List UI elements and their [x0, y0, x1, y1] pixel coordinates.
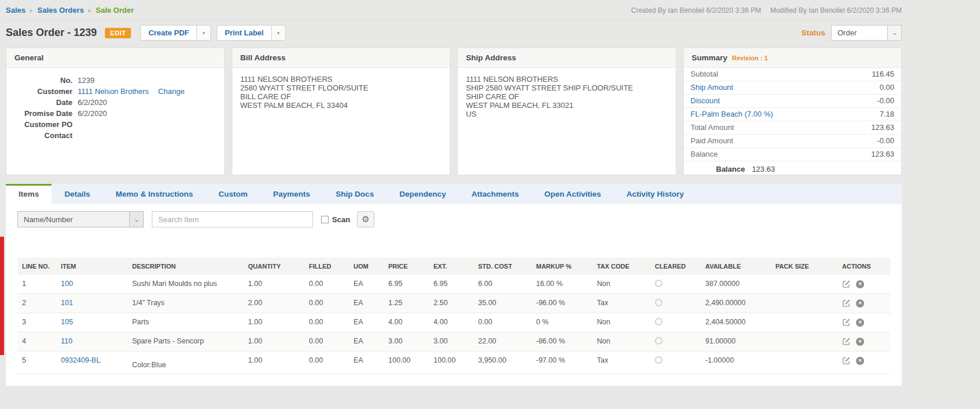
description-text: Spare Parts - Sencorp — [132, 337, 204, 345]
breadcrumb-sales[interactable]: Sales — [6, 6, 25, 15]
cell-uom: EA — [349, 352, 384, 374]
order-number-value: 1239 — [78, 75, 94, 86]
remove-icon[interactable]: ✕ — [856, 299, 864, 307]
breadcrumb-chevron-icon: ▸ — [89, 8, 92, 13]
cell-filled: 0.00 — [304, 275, 349, 294]
header-row: Sales Order - 1239 EDIT Create PDF ▾ Pri… — [6, 20, 902, 46]
address-line: BILL CARE OF — [241, 92, 442, 101]
summary-balance-row: Balance 123.63 — [684, 161, 902, 174]
status-select[interactable]: Order ⌄ — [831, 25, 902, 41]
summary-row-label: Total Amount — [691, 123, 734, 132]
summary-row-label: Subtotal — [691, 70, 719, 79]
tab-attachments[interactable]: Attachments — [458, 184, 531, 204]
tab-ship-docs[interactable]: Ship Docs — [323, 184, 387, 204]
column-header: PACK SIZE — [771, 258, 837, 275]
search-item-input[interactable] — [152, 211, 313, 227]
page-title: Sales Order - 1239 — [6, 27, 97, 39]
item-link[interactable]: 0932409-BL — [61, 356, 100, 364]
item-link[interactable]: 100 — [61, 280, 73, 288]
summary-rows: Subtotal116.45Ship Amount0.00Discount-0.… — [684, 68, 902, 161]
tab-details[interactable]: Details — [52, 184, 103, 204]
scan-control: Scan — [321, 215, 350, 224]
edit-icon[interactable] — [842, 337, 851, 346]
print-label-button[interactable]: Print Label — [217, 25, 272, 41]
tab-items[interactable]: Items — [6, 184, 52, 204]
items-toolbar: Name/Number ⌄ Scan ⚙ — [17, 211, 890, 227]
summary-row-value: 7.18 — [880, 110, 894, 119]
remove-icon[interactable]: ✕ — [856, 280, 864, 288]
cleared-radio[interactable] — [655, 356, 662, 364]
summary-row-label[interactable]: Discount — [691, 96, 720, 106]
cell-available: 387.00000 — [701, 275, 771, 294]
summary-row: FL-Palm Beach (7.00 %)7.18 — [684, 108, 902, 121]
general-field-promise-date: Promise Date 6/2/2020 — [14, 108, 216, 119]
cell-price: 3.00 — [384, 332, 429, 352]
cell-uom: EA — [349, 275, 384, 294]
cell-available: 2,490.00000 — [701, 294, 771, 313]
search-type-value: Name/Number — [18, 215, 129, 224]
summary-row-label[interactable]: FL-Palm Beach (7.00 %) — [691, 110, 773, 119]
cell-line-no: 5 — [17, 352, 56, 374]
cell-description: Sushi Mari Moulds no plus — [127, 275, 243, 294]
cell-cleared — [650, 275, 701, 294]
summary-panel: Summary Revision : 1 Subtotal116.45Ship … — [683, 48, 902, 175]
cell-tax-code: Tax — [592, 294, 650, 313]
cell-ext: 3.00 — [429, 332, 473, 352]
remove-icon[interactable]: ✕ — [856, 338, 864, 346]
create-pdf-dropdown-button[interactable]: ▾ — [197, 25, 211, 41]
chevron-down-icon: ▾ — [277, 30, 280, 36]
field-label: Customer PO — [14, 119, 72, 130]
edit-icon[interactable] — [842, 280, 851, 288]
remove-icon[interactable]: ✕ — [856, 318, 864, 327]
item-link[interactable]: 101 — [61, 299, 73, 307]
customer-link[interactable]: 1111 Nelson Brothers — [78, 86, 149, 97]
search-type-select[interactable]: Name/Number ⌄ — [17, 211, 144, 227]
print-label-dropdown-button[interactable]: ▾ — [272, 25, 286, 41]
edit-button[interactable]: EDIT — [105, 28, 131, 38]
cell-line-no: 4 — [17, 332, 56, 352]
tab-dependency[interactable]: Dependency — [387, 184, 458, 204]
cell-item: 0932409-BL — [56, 352, 127, 374]
item-link[interactable]: 105 — [61, 318, 73, 326]
table-settings-button[interactable]: ⚙ — [357, 211, 374, 227]
edit-icon[interactable] — [842, 318, 851, 327]
remove-icon[interactable]: ✕ — [856, 357, 864, 365]
column-header: TAX CODE — [592, 258, 650, 275]
cell-std-cost: 22.00 — [473, 332, 531, 352]
cell-price: 6.95 — [384, 275, 429, 294]
edit-icon[interactable] — [842, 299, 851, 307]
breadcrumb-sales-orders[interactable]: Sales Orders — [38, 6, 84, 15]
item-link[interactable]: 110 — [61, 337, 72, 345]
cleared-radio[interactable] — [655, 280, 662, 287]
edit-icon[interactable] — [842, 356, 851, 365]
general-panel-header: General — [6, 48, 224, 68]
tab-custom[interactable]: Custom — [206, 184, 260, 204]
change-customer-link[interactable]: Change — [158, 86, 185, 97]
tab-activity-history[interactable]: Activity History — [614, 184, 697, 204]
cell-quantity: 2.00 — [243, 294, 304, 313]
cell-markup: -96.00 % — [531, 294, 592, 313]
create-pdf-button[interactable]: Create PDF — [140, 25, 197, 41]
ship-address-panel: Ship Address 1111 NELSON BROTHERS SHIP 2… — [457, 48, 676, 175]
scan-checkbox[interactable] — [321, 216, 329, 223]
date-value: 6/2/2020 — [78, 97, 107, 108]
cell-quantity: 1.00 — [243, 352, 304, 374]
tab-memo-instructions[interactable]: Memo & Instructions — [103, 184, 206, 204]
cell-available: 91.00000 — [701, 332, 771, 352]
cell-item: 100 — [56, 275, 127, 294]
tab-bar: ItemsDetailsMemo & InstructionsCustomPay… — [6, 184, 902, 204]
cell-std-cost: 3,950.00 — [473, 352, 531, 374]
summary-row-label[interactable]: Ship Amount — [691, 83, 734, 92]
cell-std-cost: 35.00 — [473, 294, 531, 313]
items-tab-content: Name/Number ⌄ Scan ⚙ LINE NO.ITEMDESCRIP… — [6, 204, 902, 386]
cleared-radio[interactable] — [655, 337, 662, 345]
cleared-radio[interactable] — [655, 299, 662, 306]
field-label: Promise Date — [14, 108, 72, 119]
summary-row: Discount-0.00 — [684, 95, 902, 108]
cell-description: Color:Blue — [127, 352, 243, 374]
tab-payments[interactable]: Payments — [260, 184, 323, 204]
cleared-radio[interactable] — [655, 318, 662, 325]
tab-open-activities[interactable]: Open Activities — [531, 184, 614, 204]
gear-icon: ⚙ — [362, 214, 369, 225]
promise-date-value: 6/2/2020 — [78, 108, 107, 119]
